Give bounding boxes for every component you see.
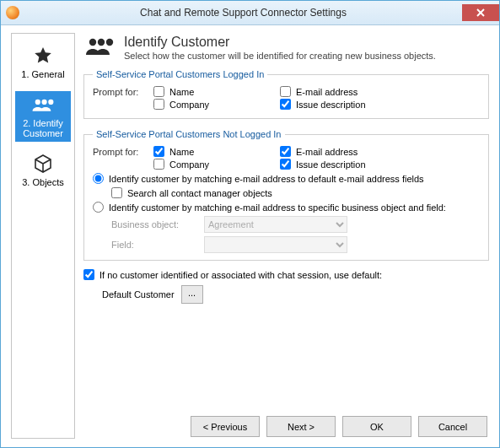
group-legend: Self-Service Portal Customers Not Logged… [93,129,285,139]
close-icon [476,8,485,17]
cancel-button[interactable]: Cancel [418,416,487,437]
app-icon [6,6,19,19]
main-panel: Identify Customer Select how the custome… [83,33,489,439]
label-company: Company [169,100,209,110]
svg-point-4 [48,100,53,105]
people-icon [31,94,55,115]
label-match-default: Identify customer by matching e-mail add… [109,174,424,184]
radio-match-default[interactable] [93,173,104,184]
checkbox-email[interactable] [280,86,291,97]
cube-icon [31,154,55,174]
group-legend: Self-Service Portal Customers Logged In [93,69,267,79]
previous-button[interactable]: < Previous [191,416,260,437]
wizard-sidebar: 1. General 2. Identify Customer 3. Objec… [11,33,75,439]
radio-match-specific[interactable] [93,202,104,213]
people-icon [85,35,116,57]
browse-default-customer-button[interactable]: ... [181,285,203,304]
step-identify-customer[interactable]: 2. Identify Customer [15,91,71,142]
label-search-all: Search all contact manager objects [127,188,272,198]
checkbox-name[interactable] [153,86,164,97]
label-field: Field: [111,240,196,250]
checkbox-issue[interactable] [280,159,291,170]
group-not-logged-in: Self-Service Portal Customers Not Logged… [83,129,489,261]
step-label: 2. Identify Customer [15,118,71,138]
checkbox-email[interactable] [280,146,291,157]
page-header: Identify Customer Select how the custome… [85,35,489,61]
label-issue: Issue description [296,159,366,170]
prompt-for-label: Prompt for: [93,147,147,157]
label-use-default: If no customer identified or associated … [99,270,382,280]
next-button[interactable]: Next > [266,416,336,437]
label-issue: Issue description [296,100,366,110]
close-button[interactable] [462,4,499,21]
label-name: Name [169,147,194,157]
checkbox-company[interactable] [153,99,164,110]
titlebar: Chat and Remote Support Connector Settin… [1,1,499,25]
page-subtitle: Select how the customer will be identifi… [124,51,436,61]
page-title: Identify Customer [124,35,436,50]
step-label: 3. Objects [22,177,64,187]
checkbox-name[interactable] [153,146,164,157]
label-name: Name [169,87,194,97]
svg-point-6 [98,39,105,46]
checkbox-company[interactable] [153,159,164,170]
star-icon [31,46,55,66]
svg-point-5 [89,39,96,46]
select-field[interactable] [204,236,347,253]
settings-window: Chat and Remote Support Connector Settin… [0,0,500,448]
group-logged-in: Self-Service Portal Customers Logged In … [83,69,489,119]
window-title: Chat and Remote Support Connector Settin… [24,7,462,19]
step-label: 1. General [21,69,64,79]
select-business-object[interactable]: Agreement [204,216,347,233]
svg-point-7 [106,39,113,46]
checkbox-search-all[interactable] [111,187,122,198]
checkbox-issue[interactable] [280,99,291,110]
wizard-footer: < Previous Next > OK Cancel [191,416,487,437]
ok-button[interactable]: OK [342,416,411,437]
label-email: E-mail address [296,147,358,157]
label-default-customer: Default Customer [102,289,175,300]
step-general[interactable]: 1. General [15,42,71,83]
svg-point-2 [35,100,40,105]
label-business-object: Business object: [111,219,196,229]
label-match-specific: Identify customer by matching e-mail add… [109,202,446,213]
step-objects[interactable]: 3. Objects [15,150,71,191]
svg-point-3 [41,100,46,105]
label-email: E-mail address [296,87,358,97]
prompt-for-label: Prompt for: [93,87,147,97]
checkbox-use-default[interactable] [83,269,94,280]
label-company: Company [169,159,209,170]
